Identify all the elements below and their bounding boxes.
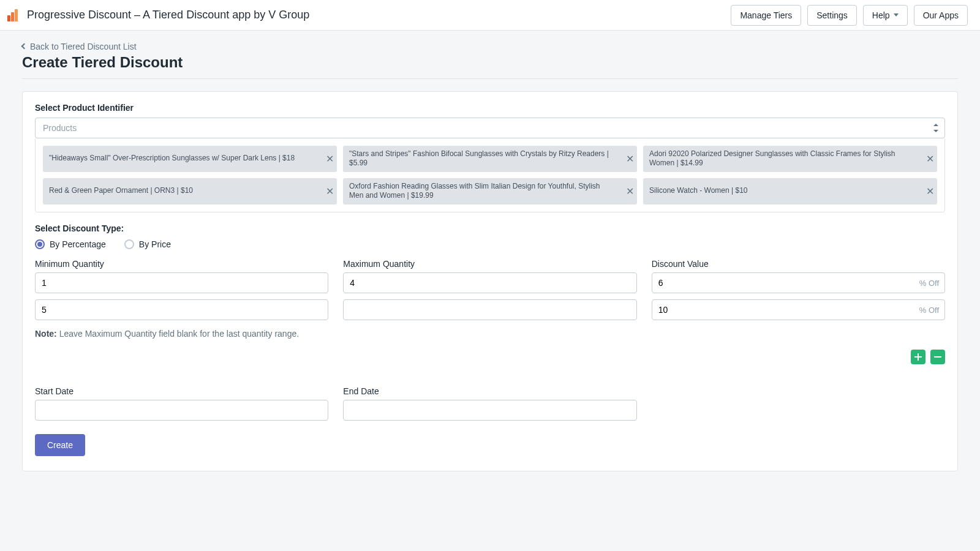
remove-chip-button[interactable]: ✕ — [922, 178, 937, 204]
radio-icon — [124, 239, 134, 249]
top-bar: Progressive Discount – A Tiered Discount… — [0, 0, 980, 31]
product-identifier-select[interactable]: Products — [35, 118, 945, 138]
product-chip-label: Adori 92020 Polarized Designer Sunglasse… — [643, 146, 922, 172]
app-title: Progressive Discount – A Tiered Discount… — [27, 9, 309, 21]
discount-type-radio-group: By Percentage By Price — [35, 239, 945, 249]
svg-rect-2 — [934, 356, 941, 358]
plus-icon — [914, 353, 922, 361]
start-date-input[interactable] — [35, 400, 328, 421]
selected-products-box: "Hideaways Small" Over-Prescription Sung… — [35, 138, 945, 212]
note-row: Note: Leave Maximum Quantity field blank… — [35, 329, 945, 339]
product-chip-label: "Hideaways Small" Over-Prescription Sung… — [43, 146, 322, 172]
remove-chip-button[interactable]: ✕ — [322, 178, 337, 204]
min-qty-input[interactable] — [35, 299, 328, 320]
tier-row-controls — [35, 350, 945, 364]
discount-suffix: % Off — [919, 278, 939, 287]
remove-chip-button[interactable]: ✕ — [622, 178, 637, 204]
back-link-label: Back to Tiered Discount List — [30, 42, 137, 51]
discount-value-input[interactable] — [652, 272, 945, 293]
date-grid: Start Date End Date — [35, 386, 945, 421]
end-date-input[interactable] — [343, 400, 636, 421]
discount-type-label: Select Discount Type: — [35, 223, 945, 233]
product-chip: "Stars and Stripes" Fashion Bifocal Sung… — [343, 146, 637, 172]
radio-by-price[interactable]: By Price — [124, 239, 171, 249]
product-chip-label: Oxford Fashion Reading Glasses with Slim… — [343, 178, 622, 204]
remove-tier-button[interactable] — [930, 350, 945, 364]
form-card: Select Product Identifier Products "Hide… — [22, 91, 958, 471]
radio-label: By Percentage — [50, 239, 106, 249]
caret-down-icon — [894, 13, 899, 17]
note-label: Note: — [35, 329, 57, 339]
product-identifier-value: Products — [43, 123, 77, 133]
min-qty-input[interactable] — [35, 272, 328, 293]
radio-icon — [35, 239, 45, 249]
min-qty-label: Minimum Quantity — [35, 259, 328, 269]
start-date-label: Start Date — [35, 386, 328, 396]
product-chip-label: Red & Green Paper Ornament | ORN3 | $10 — [43, 178, 322, 204]
chevron-left-icon — [21, 43, 28, 50]
add-tier-button[interactable] — [911, 350, 925, 364]
settings-button[interactable]: Settings — [807, 5, 857, 26]
help-button[interactable]: Help — [863, 5, 908, 26]
remove-chip-button[interactable]: ✕ — [622, 146, 637, 172]
remove-chip-button[interactable]: ✕ — [322, 146, 337, 172]
product-chip: Red & Green Paper Ornament | ORN3 | $10 … — [43, 178, 337, 204]
top-nav: Manage Tiers Settings Help Our Apps — [731, 5, 968, 26]
manage-tiers-button[interactable]: Manage Tiers — [731, 5, 801, 26]
create-button[interactable]: Create — [35, 434, 85, 456]
svg-rect-1 — [914, 356, 922, 358]
discount-value-label: Discount Value — [652, 259, 945, 269]
back-link[interactable]: Back to Tiered Discount List — [22, 42, 137, 51]
product-chip-label: Silicone Watch - Women | $10 — [643, 178, 922, 204]
max-qty-input[interactable] — [343, 272, 636, 293]
discount-suffix: % Off — [919, 305, 939, 314]
end-date-label: End Date — [343, 386, 636, 396]
tier-grid: Minimum Quantity Maximum Quantity Discou… — [35, 259, 945, 326]
product-chip: Oxford Fashion Reading Glasses with Slim… — [343, 178, 637, 204]
discount-value-input[interactable] — [652, 299, 945, 320]
radio-by-percentage[interactable]: By Percentage — [35, 239, 106, 249]
max-qty-input[interactable] — [343, 299, 636, 320]
product-identifier-label: Select Product Identifier — [35, 103, 945, 113]
note-text: Leave Maximum Quantity field blank for t… — [59, 329, 299, 339]
radio-label: By Price — [139, 239, 171, 249]
remove-chip-button[interactable]: ✕ — [922, 146, 937, 172]
app-logo-icon — [7, 9, 21, 21]
product-chip-label: "Stars and Stripes" Fashion Bifocal Sung… — [343, 146, 622, 172]
our-apps-button[interactable]: Our Apps — [914, 5, 968, 26]
select-updown-icon — [933, 124, 938, 132]
product-chip: "Hideaways Small" Over-Prescription Sung… — [43, 146, 337, 172]
page-title: Create Tiered Discount — [22, 54, 958, 79]
product-chip: Silicone Watch - Women | $10 ✕ — [643, 178, 937, 204]
minus-icon — [933, 353, 942, 361]
max-qty-label: Maximum Quantity — [343, 259, 636, 269]
product-chip: Adori 92020 Polarized Designer Sunglasse… — [643, 146, 937, 172]
